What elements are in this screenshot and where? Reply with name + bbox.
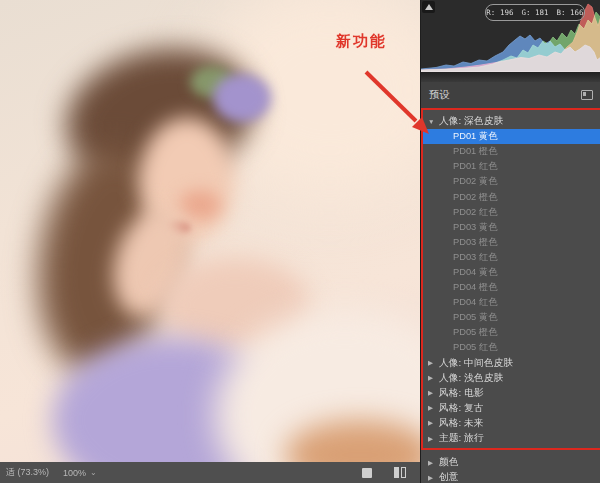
single-view-icon[interactable]	[362, 468, 372, 478]
preset-group-row[interactable]: ▶人像: 浅色皮肤	[421, 371, 600, 386]
photo-dress	[53, 338, 288, 463]
preset-group-row[interactable]: ▶风格: 未来	[421, 416, 600, 431]
before-after-view-icon[interactable]	[394, 467, 406, 478]
preset-item-row[interactable]: PD03 橙色	[421, 235, 600, 250]
fit-zoom-label: 适 (73.3%)	[6, 466, 49, 479]
preset-item-label: PD02 橙色	[453, 191, 497, 204]
preset-item-label: PD01 红色	[453, 160, 497, 173]
preset-item-row[interactable]: PD03 黄色	[421, 220, 600, 235]
preset-group-row[interactable]: ▶人像: 中间色皮肤	[421, 356, 600, 371]
app-window: 新功能 适 (73.3%) 100% ⌄ R:	[0, 0, 600, 483]
photo-hair-side	[25, 137, 186, 383]
panel-divider	[421, 72, 600, 82]
presets-title: 预设	[429, 88, 450, 102]
presets-header: 预设	[421, 82, 600, 108]
chevron-right-icon[interactable]: ▶	[428, 374, 439, 382]
photo-shoulder	[160, 258, 310, 353]
preset-item-row[interactable]: PD05 红色	[421, 340, 600, 355]
chevron-right-icon[interactable]: ▶	[428, 359, 439, 367]
preset-group-label: 风格: 复古	[439, 402, 484, 415]
preset-group-row[interactable]: ▶颜色	[421, 455, 600, 470]
preset-item-label: PD04 橙色	[453, 281, 497, 294]
preset-item-row[interactable]: PD05 黄色	[421, 310, 600, 325]
preset-group-label: 创意	[439, 471, 459, 483]
preset-group-label: 人像: 深色皮肤	[439, 115, 503, 128]
chevron-right-icon[interactable]: ▶	[428, 419, 439, 427]
photo-lips	[166, 222, 190, 234]
preset-item-label: PD05 橙色	[453, 326, 497, 339]
preset-item-row[interactable]: PD04 红色	[421, 295, 600, 310]
preset-item-label: PD01 黄色	[453, 130, 497, 143]
preset-group-label: 人像: 浅色皮肤	[439, 372, 503, 385]
preset-group-row[interactable]: ▶创意	[421, 470, 600, 483]
preset-group-label: 风格: 电影	[439, 387, 484, 400]
photo-flower-leaves	[190, 66, 234, 98]
preset-list: ▼人像: 深色皮肤PD01 黄色PD01 橙色PD01 红色PD02 黄色PD0…	[421, 114, 600, 483]
rgb-readout: R: 196 G: 181 B: 166	[485, 4, 585, 21]
histogram[interactable]: R: 196 G: 181 B: 166	[421, 0, 600, 72]
preset-item-label: PD02 黄色	[453, 175, 497, 188]
chevron-down-icon[interactable]: ▼	[428, 118, 439, 125]
preset-group-row[interactable]: ▶风格: 复古	[421, 401, 600, 416]
preset-item-row[interactable]: PD02 黄色	[421, 174, 600, 189]
before-pane-icon	[394, 467, 399, 478]
photo-flower-purple	[213, 74, 271, 122]
preset-item-label: PD03 橙色	[453, 236, 497, 249]
preset-item-row[interactable]: PD03 红色	[421, 250, 600, 265]
chevron-right-icon[interactable]: ▶	[428, 474, 439, 482]
chevron-right-icon[interactable]: ▶	[428, 459, 439, 467]
photo-blush	[179, 190, 221, 220]
after-pane-icon	[401, 467, 406, 478]
preset-group-label: 主题: 旅行	[439, 432, 484, 445]
preset-group-row[interactable]: ▶主题: 旅行	[421, 431, 600, 446]
rgb-r-value: R: 196	[486, 8, 513, 17]
new-feature-annotation: 新功能	[336, 32, 387, 51]
preset-item-label: PD03 黄色	[453, 221, 497, 234]
view-mode-buttons	[362, 467, 406, 478]
preset-item-label: PD05 红色	[453, 341, 497, 354]
chevron-right-icon[interactable]: ▶	[428, 435, 439, 443]
rgb-g-value: G: 181	[521, 8, 548, 17]
photo-canvas[interactable]	[0, 0, 420, 462]
status-bar: 适 (73.3%) 100% ⌄	[0, 462, 420, 483]
preset-item-row[interactable]: PD02 红色	[421, 205, 600, 220]
preset-item-label: PD01 橙色	[453, 145, 497, 158]
photo-face	[140, 118, 235, 243]
preset-group-row[interactable]: ▼人像: 深色皮肤	[421, 114, 600, 129]
preset-group-label: 风格: 未来	[439, 417, 484, 430]
preset-item-row[interactable]: PD04 黄色	[421, 265, 600, 280]
preset-item-row[interactable]: PD01 红色	[421, 159, 600, 174]
preset-item-label: PD03 红色	[453, 251, 497, 264]
preset-item-row[interactable]: PD01 橙色	[421, 144, 600, 159]
preset-item-row[interactable]: PD01 黄色	[421, 129, 600, 144]
photo-glow	[200, 0, 420, 200]
preset-item-label: PD04 红色	[453, 296, 497, 309]
photo-warm-shadow	[285, 420, 420, 462]
zoom-level-value: 100%	[63, 468, 86, 478]
chevron-right-icon[interactable]: ▶	[428, 404, 439, 412]
shadow-clipping-icon[interactable]	[422, 1, 435, 13]
preset-item-row[interactable]: PD04 橙色	[421, 280, 600, 295]
photo-hand	[100, 198, 203, 327]
preset-item-label: PD04 黄色	[453, 266, 497, 279]
preset-item-label: PD05 黄色	[453, 311, 497, 324]
presets-panel-toggle-icon[interactable]	[581, 90, 593, 100]
photo-tulle	[215, 310, 420, 462]
zoom-level-dropdown[interactable]: 100% ⌄	[63, 468, 97, 478]
right-panel: R: 196 G: 181 B: 166 预设 ▼人像: 深色皮肤PD01 黄色…	[420, 0, 600, 483]
preset-item-row[interactable]: PD05 橙色	[421, 325, 600, 340]
preset-group-label: 颜色	[439, 456, 459, 469]
preset-item-label: PD02 红色	[453, 206, 497, 219]
preset-item-row[interactable]: PD02 橙色	[421, 189, 600, 204]
photo-hair-top	[54, 32, 267, 199]
chevron-down-icon: ⌄	[90, 468, 97, 477]
chevron-right-icon[interactable]: ▶	[428, 389, 439, 397]
rgb-b-value: B: 166	[557, 8, 584, 17]
preset-group-row[interactable]: ▶风格: 电影	[421, 386, 600, 401]
preset-group-label: 人像: 中间色皮肤	[439, 357, 513, 370]
